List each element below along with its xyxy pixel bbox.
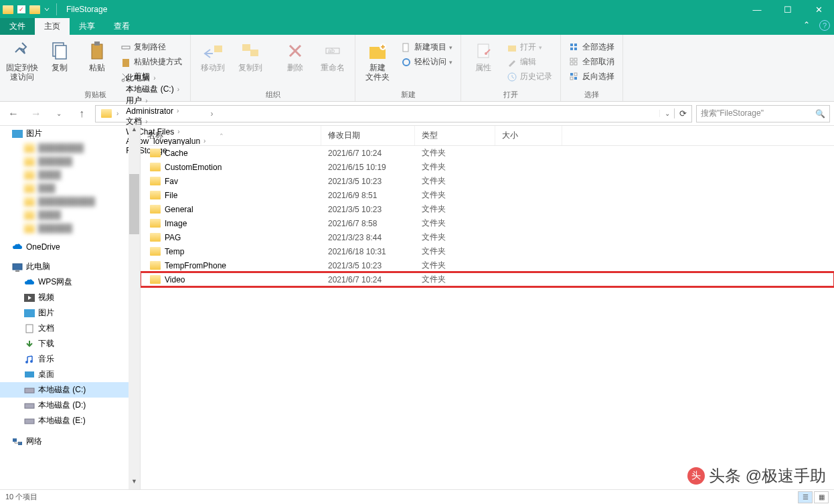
easyaccess-button[interactable]: 轻松访问 ▾: [398, 55, 455, 69]
tree-diskd[interactable]: 本地磁盘 (D:): [0, 398, 129, 413]
col-date[interactable]: 修改日期: [321, 126, 415, 145]
col-size[interactable]: 大小: [495, 126, 562, 145]
properties-button[interactable]: 属性: [467, 37, 500, 72]
breadcrumb-segment[interactable]: 此电脑›: [123, 72, 210, 84]
pin-to-quick-access-button[interactable]: 固定到快 速访问: [5, 37, 39, 82]
details-view-button[interactable]: ☰: [798, 491, 813, 503]
selnone-icon: [569, 57, 580, 68]
svg-rect-3: [94, 41, 100, 46]
tree-blurred-item[interactable]: ████████: [0, 141, 129, 155]
edit-button[interactable]: 编辑: [504, 55, 555, 69]
copy-button[interactable]: 复制: [43, 37, 76, 72]
tree-desktop[interactable]: 桌面: [0, 367, 129, 382]
tree-pics2[interactable]: 图片: [0, 305, 129, 321]
copyto-button[interactable]: 复制到: [234, 37, 267, 72]
tree-blurred-item[interactable]: ██████: [0, 222, 129, 235]
invert-selection-button[interactable]: 反向选择: [566, 70, 617, 84]
newitem-icon: [401, 42, 412, 53]
breadcrumb[interactable]: › 此电脑›本地磁盘 (C:)›用户›Administrator›文档›WeCh…: [95, 105, 692, 122]
table-row[interactable]: PAG2021/3/23 8:44文件夹: [141, 230, 834, 244]
tree-docs[interactable]: 文档: [0, 321, 129, 336]
svg-rect-17: [478, 44, 489, 58]
tree-blurred-item[interactable]: ██████: [0, 155, 129, 168]
table-row[interactable]: Temp2021/6/18 10:31文件夹: [141, 244, 834, 258]
col-type[interactable]: 类型: [415, 126, 495, 145]
back-button[interactable]: ←: [4, 104, 23, 123]
tab-home[interactable]: 主页: [35, 18, 70, 35]
tab-share[interactable]: 共享: [70, 18, 104, 35]
moveto-button[interactable]: 移动到: [196, 37, 230, 72]
table-row[interactable]: File2021/6/9 8:51文件夹: [141, 188, 834, 202]
svg-text:ab: ab: [328, 48, 335, 54]
forward-button[interactable]: →: [27, 104, 46, 123]
breadcrumb-segment[interactable]: 文档›: [123, 116, 210, 127]
col-name[interactable]: 名称 ⌃: [141, 126, 321, 145]
paste-button[interactable]: 粘贴: [80, 37, 114, 72]
svg-point-39: [25, 361, 28, 363]
copy-icon: [49, 40, 70, 62]
tree-blurred-item[interactable]: ████: [0, 208, 129, 222]
tree-scrollbar[interactable]: ▲▼: [129, 126, 140, 489]
navigation-tree[interactable]: 图片 ████████ ██████ ████ ███ ██████████ █…: [0, 126, 141, 489]
search-input[interactable]: 搜索"FileStorage" 🔍: [696, 105, 830, 122]
open-button[interactable]: 打开 ▾: [504, 40, 555, 54]
svg-rect-32: [574, 77, 577, 80]
qat-dropdown-icon[interactable]: [44, 7, 50, 12]
svg-rect-22: [574, 44, 577, 46]
close-button[interactable]: ✕: [803, 0, 834, 19]
tree-wps[interactable]: WPS网盘: [0, 274, 129, 290]
tree-music[interactable]: 音乐: [0, 351, 129, 367]
svg-rect-31: [570, 77, 573, 80]
breadcrumb-segment[interactable]: 用户›: [123, 95, 210, 106]
table-row[interactable]: Video2021/6/7 10:24文件夹: [141, 272, 834, 286]
delete-button[interactable]: 删除: [278, 37, 312, 72]
icons-view-button[interactable]: ▦: [814, 491, 829, 503]
ribbon-collapse-icon[interactable]: ⌃: [801, 20, 813, 31]
refresh-button[interactable]: ⟳: [674, 108, 691, 118]
breadcrumb-segment[interactable]: 本地磁盘 (C:)›: [123, 84, 210, 95]
table-row[interactable]: General2021/3/5 10:23文件夹: [141, 202, 834, 216]
paste-shortcut-button[interactable]: 粘贴快捷方式: [118, 55, 185, 69]
group-label-new: 新建: [401, 88, 416, 100]
tree-onedrive[interactable]: OneDrive: [0, 240, 129, 254]
tree-pictures[interactable]: 图片: [0, 126, 129, 141]
rename-button[interactable]: ab重命名: [316, 37, 349, 72]
tree-diske[interactable]: 本地磁盘 (E:): [0, 413, 129, 428]
delete-icon: [284, 40, 306, 62]
newfolder-button[interactable]: 新建 文件夹: [361, 37, 394, 82]
tree-diskc[interactable]: 本地磁盘 (C:): [0, 382, 129, 398]
pictures-icon: [24, 309, 35, 318]
tree-videos[interactable]: 视频: [0, 290, 129, 305]
table-row[interactable]: Fav2021/3/5 10:23文件夹: [141, 174, 834, 188]
recent-dropdown[interactable]: ⌄: [50, 104, 68, 123]
tree-downloads[interactable]: 下载: [0, 336, 129, 351]
select-all-button[interactable]: 全部选择: [566, 40, 617, 54]
tree-network[interactable]: 网络: [0, 434, 129, 449]
table-row[interactable]: Cache2021/6/7 10:24文件夹: [141, 146, 834, 160]
tab-view[interactable]: 查看: [104, 18, 139, 35]
address-dropdown-icon[interactable]: ⌄: [659, 110, 674, 117]
tab-file[interactable]: 文件: [0, 18, 35, 35]
tree-blurred-item[interactable]: ██████████: [0, 195, 129, 208]
minimize-button[interactable]: —: [742, 0, 772, 19]
copy-path-button[interactable]: 复制路径: [118, 40, 185, 54]
table-row[interactable]: CustomEmotion2021/6/15 10:19文件夹: [141, 160, 834, 174]
cloud-icon: [12, 242, 23, 252]
edit-icon: [507, 57, 517, 68]
qat-folder-icon[interactable]: [29, 5, 40, 14]
tree-blurred-item[interactable]: ████: [0, 168, 129, 181]
svg-rect-34: [13, 264, 22, 270]
svg-rect-30: [574, 73, 577, 76]
qat-check-icon[interactable]: ✓: [17, 5, 25, 13]
maximize-button[interactable]: ☐: [772, 0, 803, 19]
newitem-button[interactable]: 新建项目 ▾: [398, 40, 455, 54]
up-button[interactable]: ↑: [72, 104, 91, 123]
breadcrumb-segment[interactable]: Administrator›: [123, 106, 210, 116]
help-icon[interactable]: ?: [819, 20, 830, 31]
tree-thispc[interactable]: 此电脑: [0, 259, 129, 274]
table-row[interactable]: Image2021/6/7 8:58文件夹: [141, 216, 834, 230]
tree-blurred-item[interactable]: ███: [0, 181, 129, 195]
table-row[interactable]: TempFromPhone2021/3/5 10:23文件夹: [141, 258, 834, 272]
select-none-button[interactable]: 全部取消: [566, 55, 617, 69]
history-button[interactable]: 历史记录: [504, 70, 555, 84]
